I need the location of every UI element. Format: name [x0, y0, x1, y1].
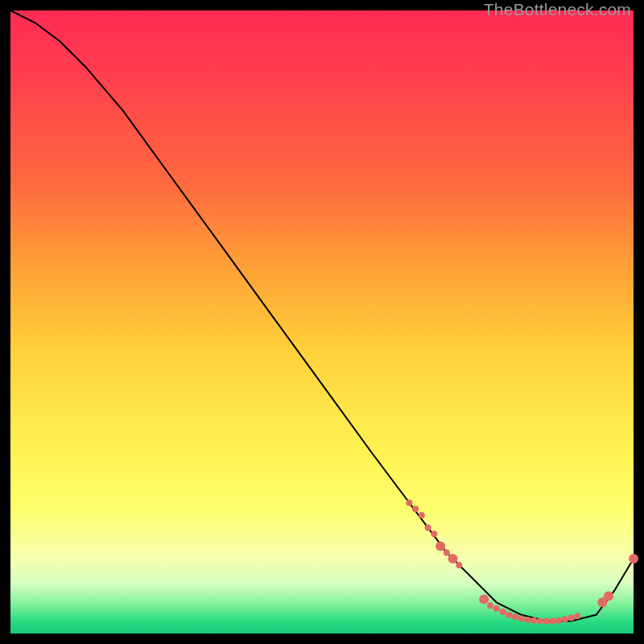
bottleneck-curve-path [10, 10, 634, 621]
highlight-marker [419, 512, 425, 518]
highlight-marker [425, 524, 431, 530]
highlight-marker [456, 562, 462, 568]
watermark-text: TheBottleneck.com [484, 0, 631, 19]
highlight-marker [629, 554, 638, 564]
highlight-marker [555, 617, 562, 624]
highlight-marker [568, 615, 575, 621]
highlight-marker [500, 609, 506, 615]
highlight-marker [444, 549, 450, 555]
highlight-marker [574, 613, 580, 619]
highlight-marker [412, 506, 419, 512]
highlight-marker [537, 618, 543, 625]
highlight-marker [431, 530, 437, 537]
chart-svg [10, 10, 634, 634]
highlight-marker [506, 612, 512, 618]
highlight-marker [518, 615, 525, 621]
highlight-marker [406, 500, 412, 506]
chart-stage: TheBottleneck.com [0, 0, 644, 644]
highlight-marker [487, 602, 493, 609]
highlight-marker-group [406, 500, 638, 625]
highlight-marker [512, 613, 518, 620]
highlight-marker [436, 542, 445, 551]
highlight-marker [604, 592, 613, 601]
highlight-marker [524, 617, 530, 623]
highlight-marker [493, 605, 500, 612]
highlight-marker [549, 618, 555, 625]
highlight-marker [479, 594, 489, 604]
plot-area [10, 10, 634, 634]
highlight-marker [448, 554, 458, 564]
highlight-marker [530, 617, 537, 624]
highlight-marker [543, 618, 550, 625]
highlight-marker [562, 616, 568, 622]
